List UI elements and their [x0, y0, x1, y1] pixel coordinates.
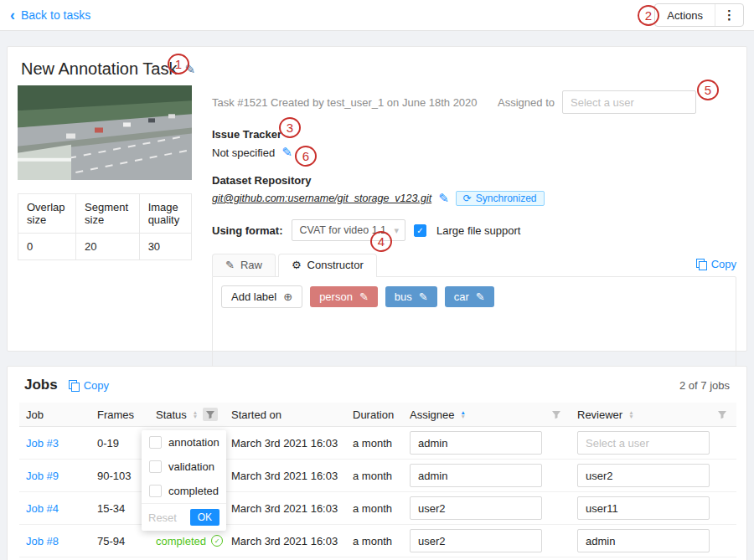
task-left-column: Overlap size Segment size Image quality …: [18, 85, 192, 373]
edit-label-icon[interactable]: ✎: [419, 290, 428, 303]
reviewer-input[interactable]: [577, 529, 710, 552]
job-link[interactable]: Job #8: [26, 535, 59, 547]
task-meta: Task #1521 Created by test_user_1 on Jun…: [212, 96, 478, 109]
task-preview-image: [18, 85, 192, 180]
back-to-tasks-link[interactable]: ‹ Back to tasks: [10, 8, 90, 23]
job-link[interactable]: Job #4: [26, 502, 59, 515]
large-file-support-checkbox[interactable]: ✓: [414, 224, 426, 237]
column-assignee-label[interactable]: Assignee: [410, 408, 454, 421]
task-card: New Annotation Task ✎: [7, 46, 747, 352]
status-filter-icon[interactable]: [203, 408, 218, 421]
plus-circle-icon: ⊕: [283, 290, 292, 303]
reviewer-input[interactable]: [577, 431, 710, 455]
labels-constructor-panel: Add label ⊕ person ✎ bus ✎ car: [212, 276, 736, 373]
back-label: Back to tasks: [21, 8, 90, 22]
sort-icon[interactable]: ▲▼: [193, 410, 198, 419]
completed-checkbox[interactable]: [149, 485, 162, 497]
column-started-on: Started on: [225, 403, 346, 427]
sync-icon: ⟳: [463, 193, 472, 204]
copy-icon: [696, 259, 706, 270]
annotation-circle-2: 2: [638, 5, 659, 26]
tab-raw[interactable]: ✎ Raw: [212, 254, 276, 276]
assignee-filter-icon[interactable]: [549, 408, 564, 421]
ok-button[interactable]: OK: [190, 509, 219, 526]
column-status-label[interactable]: Status: [156, 408, 187, 421]
job-link[interactable]: Job #9: [26, 470, 59, 482]
format-row: Using format: CVAT for video 1.1 ▾ ✓ Lar…: [212, 219, 736, 241]
label-chip-bus[interactable]: bus ✎: [385, 286, 437, 307]
jobs-card: Jobs Copy 2 of 7 jobs Job Frames Status: [7, 366, 747, 560]
sort-icon[interactable]: ▲▼: [460, 410, 465, 419]
job-link[interactable]: Job #3: [26, 437, 59, 450]
tab-constructor[interactable]: ⚙ Constructor: [278, 254, 377, 277]
reviewer-input[interactable]: [577, 496, 710, 520]
assignee-input[interactable]: [410, 464, 542, 487]
annotation-circle-5: 5: [697, 80, 719, 100]
copy-jobs-link[interactable]: Copy: [69, 379, 109, 392]
label-chip-person[interactable]: person ✎: [310, 286, 378, 307]
back-arrow-icon: ‹: [10, 8, 15, 23]
column-reviewer: Reviewer ▲▼: [571, 403, 736, 427]
status-completed-text: completed: [156, 535, 206, 547]
synchronized-badge: ⟳ Synchronized: [456, 191, 545, 206]
tab-raw-label: Raw: [240, 259, 262, 271]
chevron-down-icon: ▾: [395, 225, 400, 236]
column-job: Job: [19, 403, 90, 427]
filter-option-completed[interactable]: completed: [142, 479, 226, 503]
column-duration: Duration: [346, 403, 403, 427]
label-chip-car-name: car: [454, 290, 469, 303]
reviewer-filter-icon[interactable]: [715, 408, 730, 421]
started-cell: March 3rd 2021 16:03: [225, 492, 346, 525]
annotation-circle-1: 1: [168, 54, 189, 74]
param-value-segment: 20: [76, 234, 140, 260]
assigned-to-group: Assigned to: [498, 90, 696, 114]
edit-label-icon[interactable]: ✎: [359, 290, 369, 303]
param-header-segment: Segment size: [76, 194, 140, 234]
filter-option-annotation[interactable]: annotation: [142, 430, 226, 455]
dataset-repository-url[interactable]: git@github.com:username/git_storage_v123…: [212, 193, 431, 204]
param-header-overlap: Overlap size: [18, 194, 76, 234]
column-frames: Frames: [90, 403, 149, 427]
filter-option-label: completed: [168, 485, 219, 497]
sort-icon[interactable]: ▲▼: [628, 410, 633, 419]
assignee-input[interactable]: [410, 529, 542, 552]
reset-button[interactable]: Reset: [148, 511, 177, 524]
add-label-button[interactable]: Add label ⊕: [221, 285, 302, 308]
filter-option-validation[interactable]: validation: [142, 455, 226, 479]
edit-issue-tracker-icon[interactable]: ✎: [281, 145, 292, 160]
table-row: Job #3 0-19 March 3rd 2021 16:03 a month: [19, 427, 736, 460]
label-chip-bus-name: bus: [395, 290, 412, 303]
reviewer-input[interactable]: [577, 464, 710, 487]
edit-label-icon[interactable]: ✎: [476, 290, 485, 303]
frames-cell: 15-34: [90, 492, 149, 525]
jobs-title: Jobs: [24, 377, 58, 393]
annotation-checkbox[interactable]: [149, 436, 162, 449]
duration-cell: a month: [346, 525, 403, 557]
page: ‹ Back to tasks Actions ⋮ New Annotation…: [0, 0, 754, 560]
tab-constructor-label: Constructor: [307, 259, 364, 271]
synchronized-label: Synchronized: [476, 193, 537, 204]
copy-labels-link[interactable]: Copy: [696, 258, 736, 276]
copy-icon: [69, 380, 79, 391]
started-cell: March 3rd 2021 16:03: [225, 525, 346, 557]
jobs-table-header-row: Job Frames Status ▲▼ Star: [19, 403, 736, 427]
issue-tracker-value-row: Not specified ✎: [212, 145, 736, 160]
kebab-menu-icon[interactable]: ⋮: [715, 8, 743, 23]
annotation-circle-6: 6: [295, 146, 317, 167]
validation-checkbox[interactable]: [149, 460, 162, 473]
actions-button[interactable]: Actions ⋮: [654, 3, 744, 27]
assignee-input[interactable]: [410, 431, 542, 455]
param-value-overlap: 0: [18, 234, 76, 260]
check-circle-icon: ✓: [211, 535, 223, 547]
label-chip-person-name: person: [319, 290, 353, 303]
assignee-input[interactable]: [410, 496, 542, 520]
task-meta-row: Task #1521 Created by test_user_1 on Jun…: [212, 90, 736, 114]
duration-cell: a month: [346, 492, 403, 525]
duration-cell: a month: [346, 460, 403, 492]
labels-row: Add label ⊕ person ✎ bus ✎ car: [221, 285, 727, 308]
column-reviewer-label[interactable]: Reviewer: [577, 408, 622, 421]
assigned-to-input[interactable]: [562, 90, 696, 114]
actions-label: Actions: [655, 9, 715, 22]
edit-repository-icon[interactable]: ✎: [438, 191, 449, 206]
label-chip-car[interactable]: car ✎: [445, 286, 494, 307]
